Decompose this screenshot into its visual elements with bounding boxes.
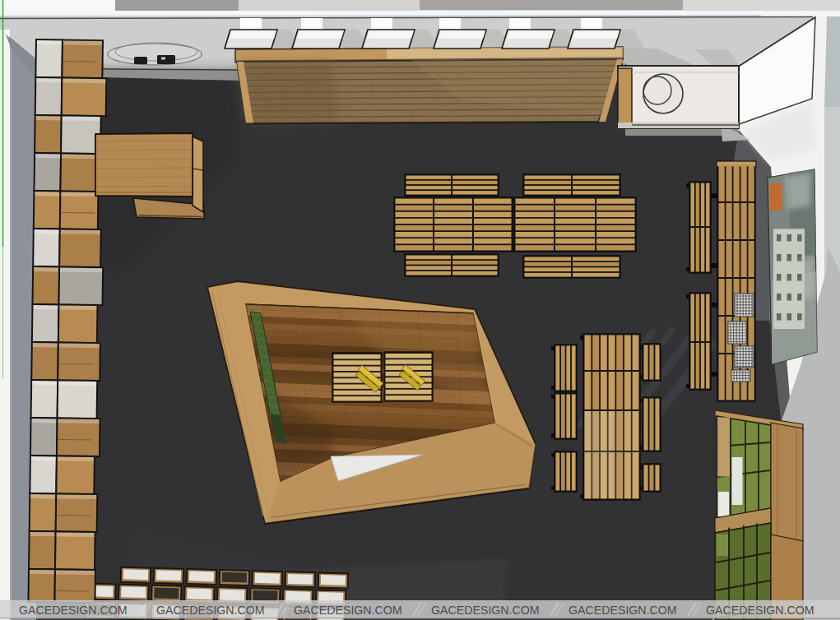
svg-text:GACEDESIGN.COM: GACEDESIGN.COM [431,604,540,617]
svg-text:GACEDESIGN.COM: GACEDESIGN.COM [156,604,265,617]
svg-text:GACEDESIGN.COM: GACEDESIGN.COM [294,604,402,617]
svg-text:GACEDESIGN.COM: GACEDESIGN.COM [706,604,814,617]
svg-text:GACEDESIGN.COM: GACEDESIGN.COM [569,604,677,617]
svg-text:GACEDESIGN.COM: GACEDESIGN.COM [19,604,128,617]
